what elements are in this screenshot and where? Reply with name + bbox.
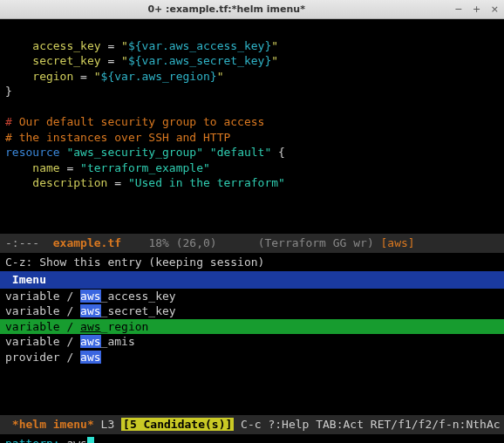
comment-line: # the instances over SSH and HTTP	[5, 131, 230, 144]
buffer-name: example.tf	[53, 236, 121, 249]
window-titlebar: 0+ :example.tf:*helm imenu* − + ×	[0, 0, 504, 19]
tf-resource-type: "aws_security_group"	[66, 146, 203, 159]
close-icon[interactable]: ×	[491, 3, 499, 15]
match-highlight: aws	[80, 351, 100, 364]
tf-interp: ${var.aws_secret_key}	[128, 54, 271, 67]
tf-attr-key: secret_key	[32, 54, 100, 67]
tf-attr-key: description	[32, 176, 107, 189]
helm-candidate[interactable]: variable / aws_access_key	[0, 289, 504, 304]
tf-interp: ${var.aws_access_key}	[128, 39, 271, 52]
code-editor[interactable]: access_key = "${var.aws_access_key}" sec…	[0, 19, 504, 234]
tf-attr-key: name	[32, 161, 59, 174]
pattern-prompt: pattern:	[5, 437, 66, 443]
major-mode: Terraform GG wr	[264, 236, 366, 249]
minibuffer[interactable]: pattern: aws	[0, 434, 504, 443]
helm-buffer-name: *helm imenu*	[12, 418, 94, 431]
tf-attr-key: region	[32, 70, 73, 83]
helm-mode-line: *helm imenu* L3 [5 Candidate(s)] C-c ?:H…	[0, 415, 504, 434]
match-highlight: aws	[80, 335, 100, 348]
comment-line: Our default security group to access	[12, 115, 265, 128]
mode-line: -:--- example.tf 18% (26,0) (Terraform G…	[0, 234, 504, 253]
pattern-input[interactable]: aws	[66, 437, 86, 443]
empty-area	[0, 365, 504, 415]
maximize-icon[interactable]: +	[473, 3, 480, 15]
match-highlight: aws	[80, 290, 100, 303]
tf-interp: ${var.aws_region}	[101, 70, 217, 83]
helm-candidate-count: [5 Candidate(s)]	[121, 418, 234, 431]
helm-candidate[interactable]: provider / aws	[0, 350, 504, 365]
helm-hint: C-z: Show this entry (keeping session)	[0, 253, 504, 272]
tf-string: "Used in the terraform"	[128, 176, 285, 189]
brace-close: }	[5, 85, 12, 98]
helm-line-number: L3	[94, 418, 121, 431]
window-title: 0+ :example.tf:*helm imenu*	[5, 3, 447, 15]
cursor-position: 18% (26,0)	[148, 236, 216, 249]
tf-string: "terraform_example"	[80, 161, 210, 174]
tf-keyword: resource	[5, 146, 60, 159]
window-controls: − + ×	[447, 3, 499, 15]
tf-resource-name: "default"	[210, 146, 271, 159]
aws-indicator: aws	[387, 236, 407, 249]
helm-candidate[interactable]: variable / aws_secret_key	[0, 303, 504, 319]
helm-candidate-selected[interactable]: variable / aws_region	[0, 319, 504, 335]
helm-source-header: Imenu	[0, 271, 504, 289]
helm-candidate[interactable]: variable / aws_amis	[0, 334, 504, 350]
match-highlight: aws	[80, 320, 100, 333]
helm-keybind-help: C-c ?:Help TAB:Act RET/f1/f2/f-n:NthAc	[234, 418, 500, 431]
helm-candidates[interactable]: variable / aws_access_key variable / aws…	[0, 289, 504, 365]
match-highlight: aws	[80, 304, 100, 317]
indent	[5, 39, 32, 52]
minimize-icon[interactable]: −	[454, 3, 462, 15]
tf-attr-key: access_key	[32, 39, 100, 52]
text-cursor	[87, 437, 94, 443]
